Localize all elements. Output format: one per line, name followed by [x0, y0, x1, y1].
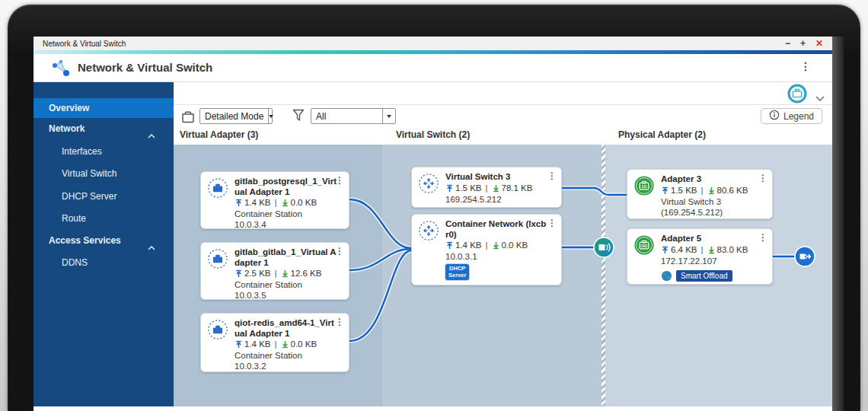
page-title: Network & Virtual Switch [78, 61, 212, 74]
download-value: 80.6 KB [717, 185, 748, 196]
nas-device-icon[interactable] [787, 84, 807, 107]
download-value: 78.1 KB [502, 183, 533, 194]
network-app-icon [50, 58, 72, 82]
app-window: Network & Virtual Switch − + ✕ Network &… [34, 37, 832, 411]
upload-value: 2.5 KB [244, 268, 271, 279]
window-titlebar: Network & Virtual Switch − + ✕ [34, 37, 832, 50]
info-icon [769, 110, 780, 123]
card-ip: 10.0.3.5 [235, 290, 337, 301]
sidebar-item-interfaces[interactable]: Interfaces [34, 142, 174, 161]
card-service: Container Station [235, 279, 337, 290]
close-button[interactable]: ✕ [815, 37, 823, 50]
sidebar-group-access-services[interactable]: Access Services [34, 231, 174, 250]
card-ip: 10.0.3.4 [235, 219, 337, 230]
download-icon [281, 199, 289, 207]
card-menu-icon[interactable]: ⋮ [758, 233, 767, 242]
window-title: Network & Virtual Switch [43, 40, 126, 48]
card-menu-icon[interactable]: ⋮ [547, 171, 557, 180]
upload-icon [235, 340, 243, 349]
column-header-virtual-adapter: Virtual Adapter (3) [180, 129, 258, 140]
upload-value: 1.4 KB [244, 197, 271, 209]
physical-adapter-card[interactable]: 10G ⋮ Adapter 5 6.4 KB | 83.0 KB 172.17.… [627, 228, 773, 285]
upload-value: 1.4 KB [455, 240, 482, 251]
upload-value: 1.5 KB [455, 183, 482, 194]
download-value: 83.0 KB [717, 244, 748, 256]
download-value: 12.6 KB [291, 268, 322, 279]
sidebar-item-label: DHCP Server [62, 191, 116, 202]
filter-icon [292, 109, 305, 126]
sidebar-group-network[interactable]: Network [34, 119, 174, 138]
sidebar-item-overview[interactable]: Overview [34, 98, 174, 118]
stats-separator: | [486, 183, 488, 194]
adapter-speed-label: 10G [641, 244, 648, 248]
minimize-button[interactable]: − [785, 37, 790, 50]
sidebar-item-route[interactable]: Route [34, 209, 174, 228]
connected-switch: Virtual Switch 3 [661, 196, 760, 207]
window-controls: − + ✕ [785, 37, 823, 50]
card-menu-icon[interactable]: ⋮ [758, 174, 767, 183]
external-network-node-icon [793, 245, 816, 268]
smart-offload-badge: Smart Offload [676, 270, 732, 282]
container-network-card[interactable]: ⋮ Container Network (lxcbr0) 1.4 KB | 0.… [411, 214, 562, 285]
view-mode-value: Detailed Mode [200, 111, 268, 122]
traffic-stats: 1.4 KB | 0.0 KB [235, 197, 337, 209]
virtual-adapter-card[interactable]: ⋮ gitlab_gitlab_1_Virtual Adapter 1 2.5 … [200, 242, 349, 300]
window-bottom-edge [34, 406, 832, 411]
sidebar-item-label: Network [49, 123, 85, 134]
card-title: Adapter 5 [661, 234, 760, 244]
filter-select[interactable]: All [311, 108, 396, 124]
sidebar-item-dhcp-server[interactable]: DHCP Server [34, 186, 174, 206]
card-menu-icon[interactable]: ⋮ [335, 247, 344, 256]
traffic-stats: 1.4 KB | 0.0 KB [445, 240, 549, 251]
container-adapter-icon [207, 248, 228, 272]
card-title: Adapter 3 [661, 174, 760, 185]
upload-icon [661, 186, 669, 195]
column-header-virtual-switch: Virtual Switch (2) [396, 129, 470, 140]
stats-separator: | [701, 185, 704, 196]
traffic-stats: 1.5 KB | 78.1 KB [445, 183, 549, 194]
globe-icon [661, 270, 672, 282]
container-adapter-icon [207, 177, 228, 202]
card-title: gitlab_postgresql_1_Virtual Adapter 1 [235, 177, 337, 197]
maximize-button[interactable]: + [800, 37, 806, 50]
sidebar-item-virtual-switch[interactable]: Virtual Switch [34, 164, 174, 183]
upload-icon [235, 199, 243, 207]
upload-value: 6.4 KB [671, 244, 697, 256]
nas-selector-bar [174, 82, 832, 105]
app-header: Network & Virtual Switch ⋮ [34, 54, 832, 82]
container-adapter-icon [207, 319, 228, 343]
card-menu-icon[interactable]: ⋮ [335, 176, 344, 185]
legend-button-label: Legend [783, 111, 814, 122]
monitor: Network & Virtual Switch − + ✕ Network &… [0, 0, 868, 411]
card-service: Container Station [235, 209, 337, 219]
sidebar-item-ddns[interactable]: DDNS [34, 253, 174, 272]
upload-icon [661, 246, 669, 254]
sidebar-item-label: Interfaces [62, 146, 102, 157]
sidebar-item-label: Virtual Switch [62, 168, 116, 179]
sidebar-item-label: Route [62, 213, 86, 224]
virtual-adapter-card[interactable]: ⋮ gitlab_postgresql_1_Virtual Adapter 1 … [200, 171, 349, 229]
card-title: gitlab_gitlab_1_Virtual Adapter 1 [235, 247, 337, 268]
virtual-switch-icon [418, 173, 439, 197]
legend-button[interactable]: Legend [761, 108, 822, 124]
card-menu-icon[interactable]: ⋮ [547, 218, 557, 228]
card-title: Virtual Switch 3 [445, 172, 549, 183]
download-value: 0.0 KB [502, 240, 528, 251]
stats-separator: | [486, 240, 488, 251]
card-title: qiot-redis_amd64-1_Virtual Adapter 1 [235, 318, 337, 339]
virtual-adapter-card[interactable]: ⋮ qiot-redis_amd64-1_Virtual Adapter 1 1… [200, 313, 349, 372]
stats-separator: | [275, 268, 277, 279]
card-menu-icon[interactable]: ⋮ [335, 317, 344, 327]
topology-canvas: ⋮ gitlab_postgresql_1_Virtual Adapter 1 … [174, 145, 832, 406]
nas-view-icon[interactable] [180, 109, 196, 127]
chevron-down-icon[interactable] [815, 91, 825, 104]
download-icon [707, 246, 716, 254]
download-icon [281, 340, 289, 349]
upload-value: 1.4 KB [244, 339, 271, 350]
header-menu-icon[interactable]: ⋮ [800, 60, 811, 72]
upload-icon [235, 269, 243, 278]
virtual-switch-card[interactable]: ⋮ Virtual Switch 3 1.5 KB | 78.1 KB 169.… [411, 167, 562, 208]
view-mode-select[interactable]: Detailed Mode [199, 108, 273, 124]
sidebar-item-label: DDNS [62, 257, 88, 268]
physical-adapter-card[interactable]: 1G ⋮ Adapter 3 1.5 KB | 80.6 KB Virtual … [627, 169, 773, 219]
